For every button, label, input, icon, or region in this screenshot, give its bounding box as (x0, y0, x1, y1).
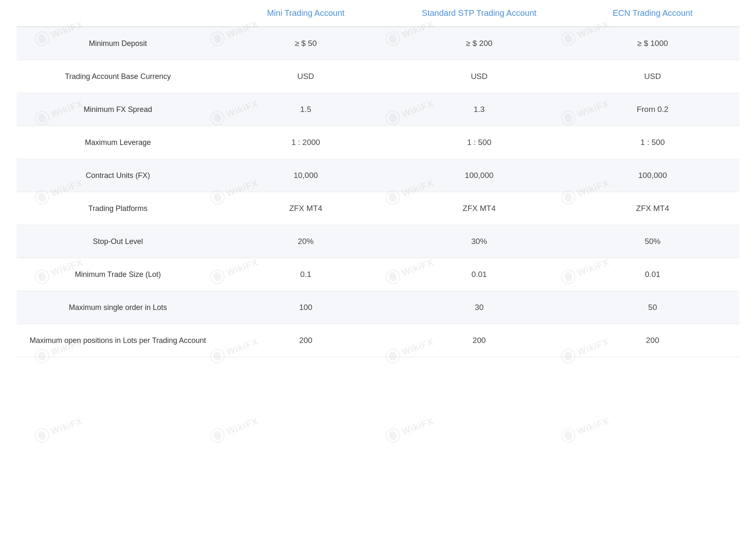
row-label-min-deposit: Minimum Deposit (17, 27, 219, 60)
row-ecn-max-single-order: 50 (566, 291, 739, 324)
row-standard-contract-units: 100,000 (393, 159, 566, 192)
account-comparison-table: Mini Trading Account Standard STP Tradin… (17, 0, 739, 357)
row-ecn-trading-platforms: ZFX MT4 (566, 192, 739, 225)
row-mini-trading-platforms: ZFX MT4 (219, 192, 392, 225)
comparison-table-container: Mini Trading Account Standard STP Tradin… (0, 0, 756, 357)
table-row: Maximum open positions in Lots per Tradi… (17, 324, 739, 357)
row-mini-contract-units: 10,000 (219, 159, 392, 192)
table-row: Trading PlatformsZFX MT4ZFX MT4ZFX MT4 (17, 192, 739, 225)
row-ecn-max-leverage: 1 : 500 (566, 126, 739, 159)
row-label-max-single-order: Maximum single order in Lots (17, 291, 219, 324)
header-mini-account: Mini Trading Account (219, 0, 392, 27)
row-ecn-min-fx-spread: From 0.2 (566, 93, 739, 126)
row-ecn-stop-out: 50% (566, 225, 739, 258)
row-standard-min-fx-spread: 1.3 (393, 93, 566, 126)
row-mini-max-leverage: 1 : 2000 (219, 126, 392, 159)
row-mini-max-single-order: 100 (219, 291, 392, 324)
row-label-stop-out: Stop-Out Level (17, 225, 219, 258)
row-label-contract-units: Contract Units (FX) (17, 159, 219, 192)
table-row: Contract Units (FX)10,000100,000100,000 (17, 159, 739, 192)
watermark-item: WikiFX (383, 414, 436, 445)
header-standard-account: Standard STP Trading Account (393, 0, 566, 27)
watermark-item: WikiFX (558, 414, 611, 445)
row-standard-base-currency: USD (393, 60, 566, 93)
row-mini-base-currency: USD (219, 60, 392, 93)
row-ecn-max-open-positions: 200 (566, 324, 739, 357)
row-label-base-currency: Trading Account Base Currency (17, 60, 219, 93)
row-standard-stop-out: 30% (393, 225, 566, 258)
header-label-col (17, 0, 219, 27)
svg-point-23 (560, 427, 577, 444)
row-label-trading-platforms: Trading Platforms (17, 192, 219, 225)
row-label-max-leverage: Maximum Leverage (17, 126, 219, 159)
row-standard-max-open-positions: 200 (393, 324, 566, 357)
watermark-item: WikiFX (208, 414, 260, 445)
table-row: Maximum Leverage1 : 20001 : 5001 : 500 (17, 126, 739, 159)
row-ecn-min-trade-size: 0.01 (566, 258, 739, 291)
row-mini-max-open-positions: 200 (219, 324, 392, 357)
table-row: Stop-Out Level20%30%50% (17, 225, 739, 258)
table-row: Maximum single order in Lots1003050 (17, 291, 739, 324)
row-label-min-trade-size: Minimum Trade Size (Lot) (17, 258, 219, 291)
row-standard-max-single-order: 30 (393, 291, 566, 324)
table-row: Minimum FX Spread1.51.3From 0.2 (17, 93, 739, 126)
row-standard-max-leverage: 1 : 500 (393, 126, 566, 159)
svg-point-21 (209, 427, 226, 444)
row-mini-stop-out: 20% (219, 225, 392, 258)
svg-point-20 (33, 427, 51, 444)
row-label-min-fx-spread: Minimum FX Spread (17, 93, 219, 126)
row-mini-min-trade-size: 0.1 (219, 258, 392, 291)
row-standard-min-deposit: ≥ $ 200 (393, 27, 566, 60)
row-ecn-base-currency: USD (566, 60, 739, 93)
row-standard-trading-platforms: ZFX MT4 (393, 192, 566, 225)
row-label-max-open-positions: Maximum open positions in Lots per Tradi… (17, 324, 219, 357)
header-ecn-account: ECN Trading Account (566, 0, 739, 27)
row-standard-min-trade-size: 0.01 (393, 258, 566, 291)
row-mini-min-fx-spread: 1.5 (219, 93, 392, 126)
table-row: Trading Account Base CurrencyUSDUSDUSD (17, 60, 739, 93)
table-row: Minimum Trade Size (Lot)0.10.010.01 (17, 258, 739, 291)
svg-point-22 (384, 427, 402, 444)
row-ecn-contract-units: 100,000 (566, 159, 739, 192)
row-ecn-min-deposit: ≥ $ 1000 (566, 27, 739, 60)
row-mini-min-deposit: ≥ $ 50 (219, 27, 392, 60)
watermark-item: WikiFX (32, 414, 85, 445)
table-row: Minimum Deposit≥ $ 50≥ $ 200≥ $ 1000 (17, 27, 739, 60)
table-header-row: Mini Trading Account Standard STP Tradin… (17, 0, 739, 27)
